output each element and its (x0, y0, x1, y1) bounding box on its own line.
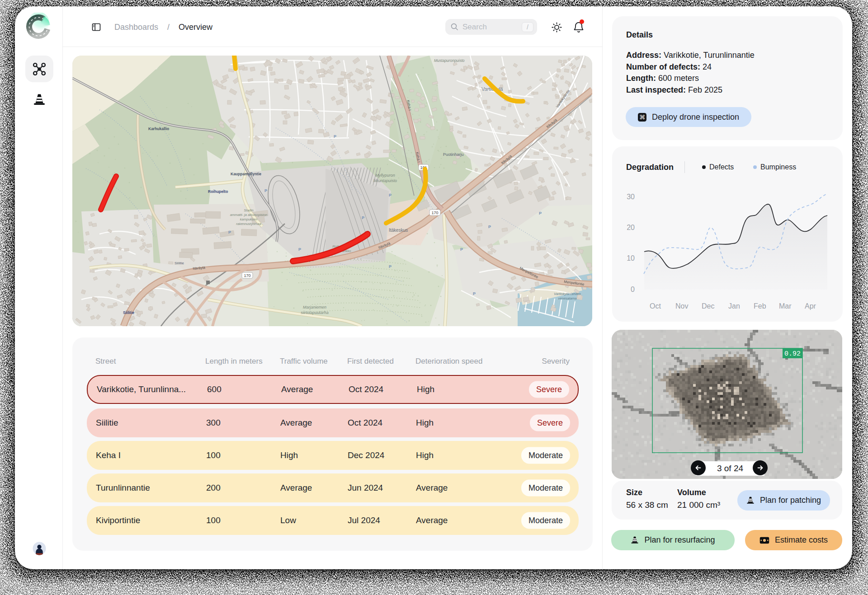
svg-text:kampuksen: kampuksen (240, 217, 257, 221)
svg-text:Myllypuron: Myllypuron (375, 173, 395, 178)
svg-text:P: P (473, 291, 476, 296)
svg-text:P: P (389, 264, 392, 269)
svg-text:170: 170 (244, 273, 250, 278)
svg-text:Puotinharju: Puotinharju (443, 152, 464, 157)
svg-text:Siilitie: Siilitie (123, 310, 134, 315)
svg-text:Mustapuronpuisto: Mustapuronpuisto (434, 58, 465, 63)
svg-text:Vartiokylänlahden: Vartiokylänlahden (554, 292, 580, 296)
svg-text:liikuntapuisto: liikuntapuisto (373, 178, 397, 183)
svg-text:Itäkeskus: Itäkeskus (389, 228, 408, 233)
svg-text:P: P (488, 225, 491, 229)
svg-text:P: P (460, 247, 463, 252)
svg-text:P: P (334, 134, 336, 139)
svg-text:ammatti- ja aikuisopiston: ammatti- ja aikuisopiston (230, 213, 268, 217)
svg-text:P: P (389, 193, 392, 197)
svg-text:170: 170 (431, 211, 438, 215)
svg-text:siirtolapuutarha: siirtolapuutarha (301, 310, 329, 315)
svg-text:⌘: ⌘ (639, 114, 645, 121)
svg-text:P: P (362, 216, 364, 220)
svg-text:Marjaniemen: Marjaniemen (303, 305, 326, 309)
svg-text:P: P (264, 188, 267, 193)
svg-text:Stadin: Stadin (244, 208, 253, 212)
svg-text:P: P (228, 230, 231, 234)
svg-text:Roihupelto: Roihupelto (208, 189, 228, 194)
svg-text:venesatama: venesatama (558, 296, 577, 300)
svg-text:0.92: 0.92 (784, 350, 801, 358)
svg-text:Siilitie: Siilitie (175, 261, 184, 265)
svg-text:Kauppamyllyntie: Kauppamyllyntie (231, 172, 261, 176)
svg-text:P: P (539, 211, 542, 216)
svg-text:Karhukallio: Karhukallio (148, 126, 169, 131)
svg-text:P: P (298, 247, 301, 252)
svg-text:rakennustyomaa: rakennustyomaa (236, 222, 261, 226)
